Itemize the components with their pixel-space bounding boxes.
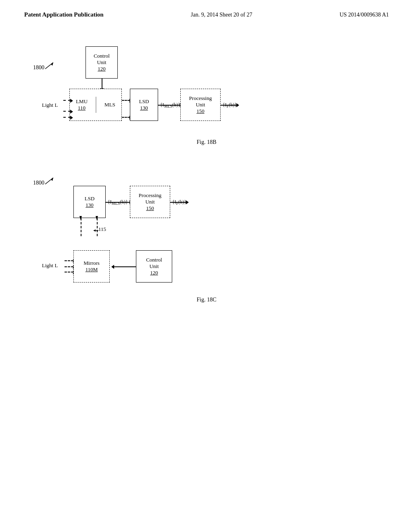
lmu-out-bot-18b [122, 117, 130, 118]
pu-out-arrow-18b [221, 105, 237, 106]
pu-out-arrow-18c [170, 202, 186, 203]
lsd-18b-box: LSD130 [130, 89, 158, 121]
lsd-18c-box: LSD130 [73, 186, 106, 218]
light-in-bot-18b [63, 117, 71, 118]
fig18c-1800-arrow [45, 177, 55, 187]
light-in-mid-18c [65, 266, 73, 267]
ref-115-label-18c: 115 [98, 226, 106, 233]
svg-marker-1 [51, 62, 53, 66]
svg-marker-3 [51, 178, 53, 181]
patent-number: US 2014/0009638 A1 [340, 12, 389, 18]
lsd-to-pu-arrow-18b [158, 105, 180, 106]
fig18b-1800-label: 1800 [33, 64, 44, 71]
svg-marker-7 [94, 229, 96, 232]
lsd-to-pu-arrow-18c [106, 202, 130, 203]
fig18b-1800-arrow [45, 62, 53, 70]
page-header: Patent Application Publication Jan. 9, 2… [0, 0, 413, 22]
fig18c-caption: Fig. 18C [33, 297, 380, 303]
light-in-mid-18b [63, 111, 71, 112]
mirror-to-lsd-arrows-18c [77, 216, 102, 221]
mirrors-18c-box: Mirrors110M [73, 250, 110, 283]
diagrams-area: 1800 ControlUnit120 LMU110 MLS Light L [0, 22, 413, 311]
patent-publication-label: Patent Application Publication [24, 11, 104, 18]
control-unit-18c-box: ControlUnit120 [136, 250, 172, 283]
control-unit-18b-box: ControlUnit120 [86, 46, 118, 79]
light-in-top-18b [63, 100, 71, 101]
processing-unit-18c-box: ProcessingUnit150 [130, 186, 170, 218]
ref-115-arrow-18c [93, 229, 99, 233]
fig18b-container: 1800 ControlUnit120 LMU110 MLS Light L [33, 42, 380, 145]
fig18b-caption: Fig. 18B [33, 139, 380, 145]
sheet-info: Jan. 9, 2014 Sheet 20 of 27 [191, 12, 252, 18]
light-l-label-18b: Light L [42, 102, 58, 108]
light-in-bot-18c [65, 272, 73, 272]
control-to-lmu-arrow-18b [102, 79, 102, 89]
light-l-label-18c: Light L [42, 262, 58, 269]
light-in-top-18c [65, 260, 73, 261]
svg-marker-4 [79, 216, 82, 220]
fig18c-1800-label: 1800 [33, 180, 44, 186]
lmu-out-top-18b [122, 100, 130, 101]
processing-unit-18b-box: ProcessingUnit150 [180, 89, 221, 121]
svg-marker-5 [96, 216, 98, 220]
cu-to-mirrors-arrow-18c [114, 266, 136, 267]
lmu-mls-box-18b: LMU110 MLS [69, 89, 122, 121]
fig18c-container: 1800 LSD130 {IMLS(k)} ProcessingUnit150 … [33, 178, 380, 303]
